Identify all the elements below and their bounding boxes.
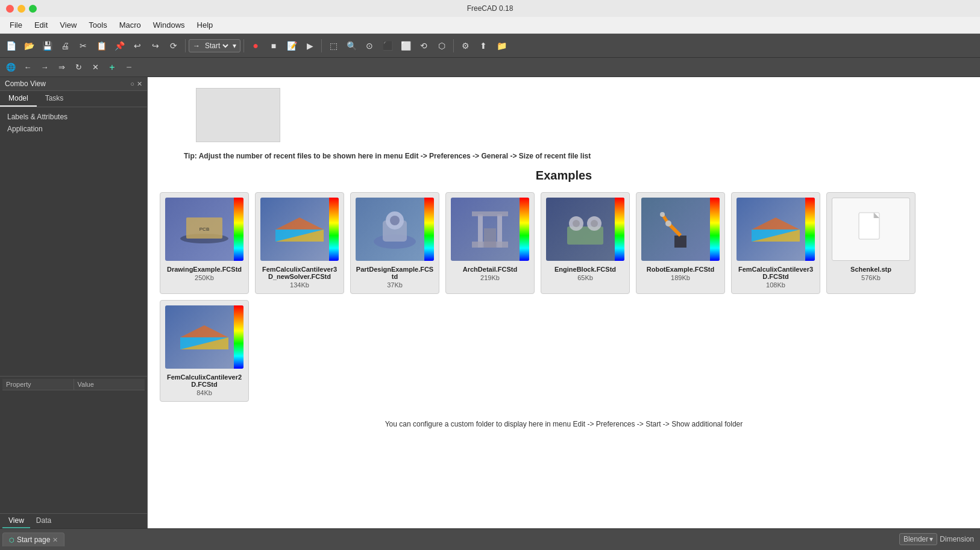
sidebar-item-labels[interactable]: Labels & Attributes xyxy=(5,111,142,123)
cut-button[interactable]: ✂ xyxy=(75,37,92,54)
menu-windows[interactable]: Windows xyxy=(148,19,190,31)
refresh-button[interactable]: ⟳ xyxy=(165,37,182,54)
workbench-arrow-icon: → xyxy=(193,42,200,50)
redo-button[interactable]: ↪ xyxy=(147,37,164,54)
file-card-7[interactable]: Schenkel.stp576Kb xyxy=(826,192,916,294)
separator-1 xyxy=(185,39,186,52)
folder-button[interactable]: 📁 xyxy=(493,37,510,54)
export-button[interactable]: ⬆ xyxy=(475,37,492,54)
blender-dropdown[interactable]: Blender ▾ xyxy=(899,533,937,545)
workbench-selector[interactable]: → Start ▾ xyxy=(189,39,240,52)
workbench-dropdown[interactable]: Start xyxy=(203,41,230,51)
sidebar: Combo View ○ ✕ Model Tasks Labels & Attr… xyxy=(0,77,148,528)
print-button[interactable]: 🖨 xyxy=(57,37,74,54)
view-button-4[interactable]: ⬛ xyxy=(379,37,396,54)
undo-button[interactable]: ↩ xyxy=(129,37,146,54)
file-card-5[interactable]: RobotExample.FCStd189Kb xyxy=(636,192,725,294)
content-area: Tip: Adjust the number of recent files t… xyxy=(148,77,980,528)
svg-point-9 xyxy=(390,216,400,225)
stop-button[interactable]: ■ xyxy=(265,37,282,54)
file-card-2[interactable]: PartDesignExample.FCStd37Kb xyxy=(350,192,439,294)
file-card-0[interactable]: PCB DrawingExample.FCStd250Kb xyxy=(160,192,249,294)
view-button-3[interactable]: ⊙ xyxy=(361,37,378,54)
close-tab-button[interactable]: ✕ xyxy=(52,536,58,544)
file-thumb-7 xyxy=(832,198,910,261)
menu-edit[interactable]: Edit xyxy=(30,19,52,31)
menu-macro[interactable]: Macro xyxy=(115,19,146,31)
file-name-5: RobotExample.FCStd xyxy=(647,266,714,273)
sidebar-item-application[interactable]: Application xyxy=(5,123,142,135)
start-page-tab[interactable]: ⬡ Start page ✕ xyxy=(2,533,64,546)
status-bar: Blender ▾ Dimension xyxy=(893,528,980,550)
svg-marker-5 xyxy=(275,217,324,230)
file-size-8: 84Kb xyxy=(196,389,212,396)
settings-button[interactable]: ⚙ xyxy=(457,37,474,54)
zoom-in-button[interactable]: + xyxy=(105,60,119,75)
separator-2 xyxy=(243,39,244,52)
back-nav-button[interactable]: ← xyxy=(20,60,35,75)
file-card-6[interactable]: FemCalculixCantilever3D.FCStd108Kb xyxy=(731,192,820,294)
svg-point-24 xyxy=(660,212,665,217)
copy-button[interactable]: 📋 xyxy=(93,37,110,54)
file-name-8: FemCalculixCantilever2D.FCStd xyxy=(165,373,243,388)
save-button[interactable]: 💾 xyxy=(39,37,55,54)
bottom-tip: You can configure a custom folder to dis… xyxy=(148,414,980,438)
svg-rect-20 xyxy=(674,236,686,248)
minimize-button[interactable] xyxy=(17,5,25,13)
file-size-2: 37Kb xyxy=(387,281,403,289)
property-panel: Property Value xyxy=(0,376,147,513)
app-title: FreeCAD 0.18 xyxy=(467,4,514,13)
main-toolbar: 📄 📂 💾 🖨 ✂ 📋 📌 ↩ ↪ ⟳ → Start ▾ ● ■ 📝 ▶ ⬚ … xyxy=(0,34,980,58)
menu-help[interactable]: Help xyxy=(192,19,218,31)
examples-title: Examples xyxy=(160,169,968,183)
maximize-button[interactable] xyxy=(29,5,37,13)
refresh-nav-button[interactable]: ↻ xyxy=(71,60,86,75)
tab-model[interactable]: Model xyxy=(0,91,37,107)
tab-data[interactable]: Data xyxy=(30,514,57,528)
open-file-button[interactable]: 📂 xyxy=(20,37,37,54)
file-size-7: 576Kb xyxy=(861,274,881,281)
file-card-8[interactable]: FemCalculixCantilever2D.FCStd84Kb xyxy=(160,300,249,402)
zoom-out-button[interactable]: − xyxy=(122,60,136,75)
close-panel-icon[interactable]: ✕ xyxy=(137,80,142,88)
paste-button[interactable]: 📌 xyxy=(111,37,128,54)
menu-view[interactable]: View xyxy=(55,19,81,31)
view-button-6[interactable]: ⟲ xyxy=(415,37,432,54)
close-button[interactable] xyxy=(6,5,14,13)
file-grid: PCB DrawingExample.FCStd250Kb FemCalculi… xyxy=(160,192,968,402)
property-body xyxy=(2,390,145,511)
float-icon[interactable]: ○ xyxy=(130,80,134,88)
forward-alt-button[interactable]: ⇒ xyxy=(54,60,69,75)
file-thumb-8 xyxy=(165,305,243,369)
bottom-tab-bar: ⬡ Start page ✕ Blender ▾ Dimension xyxy=(0,528,980,550)
record-button[interactable]: ● xyxy=(247,37,264,54)
file-card-4[interactable]: EngineBlock.FCStd65Kb xyxy=(541,192,630,294)
view-button-5[interactable]: ⬜ xyxy=(397,37,414,54)
new-file-button[interactable]: 📄 xyxy=(2,37,19,54)
color-bar-5 xyxy=(710,198,720,261)
view-button-7[interactable]: ⬡ xyxy=(433,37,450,54)
file-card-3[interactable]: ArchDetail.FCStd219Kb xyxy=(445,192,535,294)
file-card-1[interactable]: FemCalculixCantilever3D_newSolver.FCStd1… xyxy=(255,192,344,294)
forward-nav-button[interactable]: → xyxy=(37,60,52,75)
menu-file[interactable]: File xyxy=(5,19,27,31)
file-size-1: 134Kb xyxy=(290,281,309,289)
view-button-2[interactable]: 🔍 xyxy=(343,37,360,54)
value-col-header: Value xyxy=(74,379,145,390)
menu-tools[interactable]: Tools xyxy=(84,19,112,31)
home-nav-button[interactable]: 🌐 xyxy=(4,60,18,75)
start-page-label: Start page xyxy=(17,536,50,544)
file-size-5: 189Kb xyxy=(671,274,690,281)
property-header: Property Value xyxy=(2,379,145,390)
tab-tasks[interactable]: Tasks xyxy=(37,91,72,107)
svg-marker-33 xyxy=(180,325,228,337)
play-button[interactable]: ▶ xyxy=(301,37,318,54)
view-button-1[interactable]: ⬚ xyxy=(325,37,342,54)
macro-button[interactable]: 📝 xyxy=(283,37,300,54)
svg-marker-27 xyxy=(752,217,800,230)
stop-nav-button[interactable]: ✕ xyxy=(88,60,102,75)
tab-view[interactable]: View xyxy=(2,514,30,528)
combo-view-controls[interactable]: ○ ✕ xyxy=(130,80,142,88)
file-name-0: DrawingExample.FCStd xyxy=(167,266,242,273)
title-bar: FreeCAD 0.18 xyxy=(0,0,980,17)
